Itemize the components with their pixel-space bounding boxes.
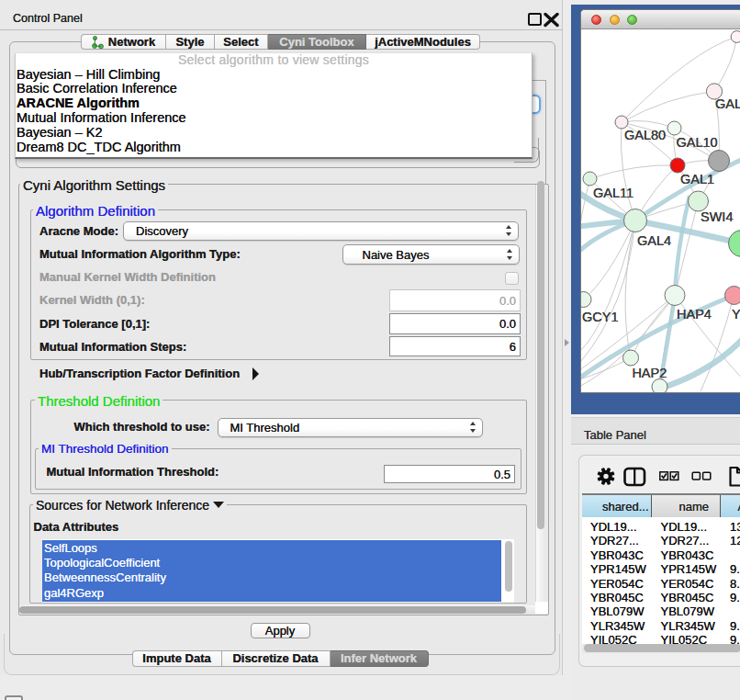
svg-text:Y: Y	[732, 307, 740, 322]
svg-text:GCY1: GCY1	[582, 310, 619, 324]
svg-text:GAL4: GAL4	[637, 233, 671, 248]
svg-text:GAL80: GAL80	[624, 128, 666, 142]
svg-text:GAL10: GAL10	[677, 135, 718, 150]
svg-text:SWI4: SWI4	[701, 209, 733, 224]
svg-text:HAP2: HAP2	[632, 366, 667, 380]
svg-text:GAL7: GAL7	[715, 96, 740, 111]
svg-text:GAL11: GAL11	[593, 186, 633, 200]
svg-text:HAP4: HAP4	[677, 307, 712, 322]
svg-text:GAL1: GAL1	[680, 172, 714, 186]
